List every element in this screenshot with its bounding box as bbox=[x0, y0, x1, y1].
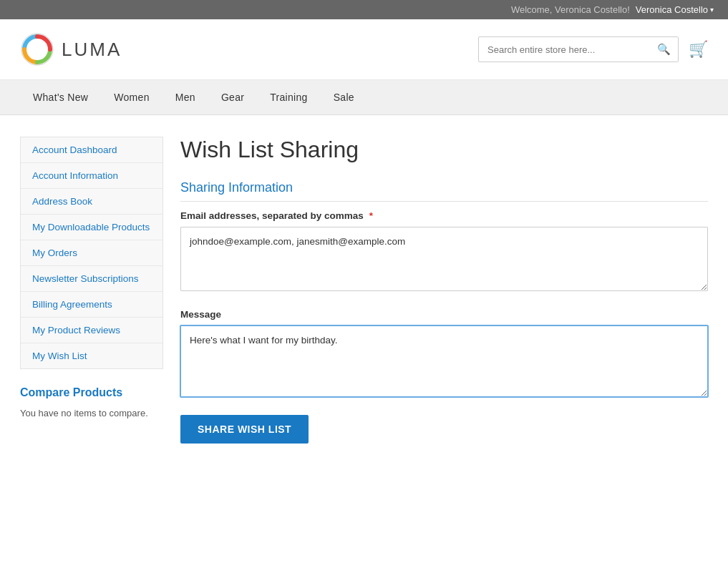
page-content: Account Dashboard Account Information Ad… bbox=[0, 115, 728, 465]
sidebar-item-dashboard[interactable]: Account Dashboard bbox=[21, 137, 162, 163]
logo-icon bbox=[20, 32, 54, 67]
search-button[interactable]: 🔍 bbox=[650, 37, 678, 62]
top-bar: Welcome, Veronica Costello! Veronica Cos… bbox=[0, 0, 728, 19]
compare-products-title: Compare Products bbox=[20, 386, 163, 399]
nav-item-women[interactable]: Women bbox=[101, 80, 162, 114]
sidebar-item-wishlist[interactable]: My Wish List bbox=[21, 343, 162, 368]
user-menu[interactable]: Veronica Costello ▾ bbox=[636, 4, 714, 15]
user-name: Veronica Costello bbox=[636, 4, 708, 15]
compare-products-text: You have no items to compare. bbox=[20, 406, 163, 421]
search-input[interactable] bbox=[479, 39, 650, 61]
message-input[interactable]: Here's what I want for my birthday. bbox=[180, 325, 708, 397]
message-label: Message bbox=[180, 309, 708, 320]
email-label: Email addresses, separated by commas * bbox=[180, 210, 708, 221]
sidebar-item-orders[interactable]: My Orders bbox=[21, 240, 162, 266]
logo[interactable]: LUMA bbox=[20, 32, 122, 67]
nav-item-training[interactable]: Training bbox=[257, 80, 320, 114]
search-bar: 🔍 bbox=[478, 36, 679, 62]
sidebar-item-account-info[interactable]: Account Information bbox=[21, 163, 162, 189]
email-input[interactable]: johndoe@example.com, janesmith@example.c… bbox=[180, 227, 708, 291]
cart-icon: 🛒 bbox=[689, 40, 708, 58]
chevron-down-icon: ▾ bbox=[710, 6, 714, 14]
page-title: Wish List Sharing bbox=[180, 137, 708, 163]
sidebar: Account Dashboard Account Information Ad… bbox=[20, 137, 163, 444]
section-title: Sharing Information bbox=[180, 180, 708, 202]
search-icon: 🔍 bbox=[657, 43, 671, 55]
compare-products-section: Compare Products You have no items to co… bbox=[20, 386, 163, 421]
main-nav: What's New Women Men Gear Training Sale bbox=[0, 80, 728, 115]
message-form-group: Message Here's what I want for my birthd… bbox=[180, 309, 708, 399]
sidebar-item-newsletter[interactable]: Newsletter Subscriptions bbox=[21, 266, 162, 292]
nav-item-whats-new[interactable]: What's New bbox=[20, 80, 101, 114]
email-form-group: Email addresses, separated by commas * j… bbox=[180, 210, 708, 293]
sidebar-item-reviews[interactable]: My Product Reviews bbox=[21, 318, 162, 343]
share-wishlist-button[interactable]: Share Wish List bbox=[180, 415, 309, 444]
nav-item-sale[interactable]: Sale bbox=[321, 80, 367, 114]
header-right: 🔍 🛒 bbox=[478, 36, 708, 62]
sidebar-item-billing[interactable]: Billing Agreements bbox=[21, 292, 162, 318]
header: LUMA 🔍 🛒 bbox=[0, 19, 728, 80]
nav-item-men[interactable]: Men bbox=[162, 80, 208, 114]
email-required: * bbox=[369, 210, 373, 221]
sidebar-menu: Account Dashboard Account Information Ad… bbox=[20, 137, 163, 369]
welcome-text: Welcome, Veronica Costello! bbox=[511, 4, 630, 15]
nav-item-gear[interactable]: Gear bbox=[208, 80, 257, 114]
cart-button[interactable]: 🛒 bbox=[689, 40, 708, 59]
sidebar-item-address-book[interactable]: Address Book bbox=[21, 189, 162, 215]
sidebar-item-downloadable[interactable]: My Downloadable Products bbox=[21, 215, 162, 240]
logo-text: LUMA bbox=[62, 39, 122, 61]
main-content: Wish List Sharing Sharing Information Em… bbox=[180, 137, 708, 444]
